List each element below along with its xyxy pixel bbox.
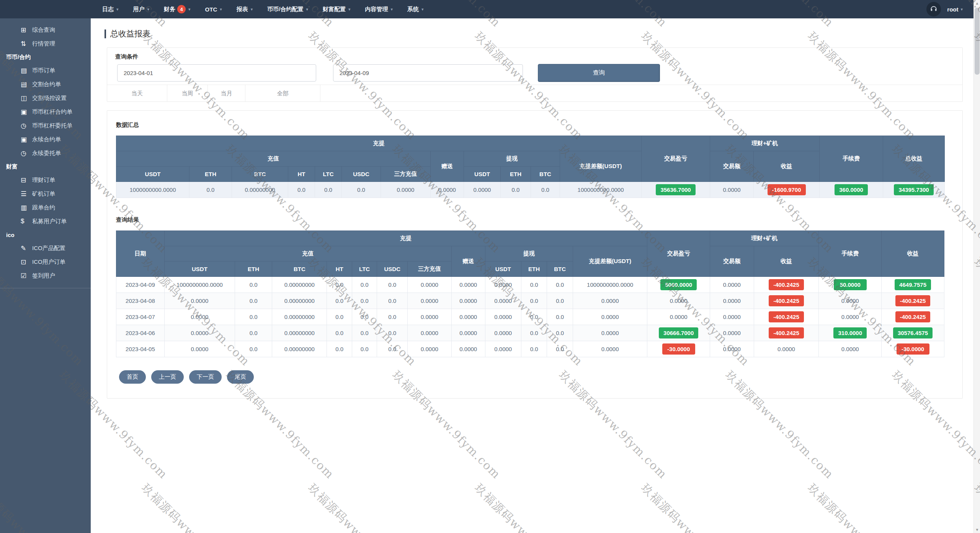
green-badge: 34395.7300 — [894, 184, 933, 195]
support-button[interactable] — [926, 2, 941, 16]
value-cell: 0.0000 — [451, 293, 485, 309]
value-cell: 0.0000 — [819, 309, 882, 325]
date-cell: 2023-04-06 — [116, 325, 165, 341]
nav-menu-4[interactable]: OTC▾ — [198, 0, 229, 18]
header-coin: USDC — [377, 262, 408, 277]
chevron-down-icon: ▾ — [147, 7, 150, 12]
header-withdraw: 提现 — [485, 246, 573, 262]
copy-icon: ▣ — [21, 136, 32, 144]
sidebar-item-label: ICO产品配置 — [32, 245, 65, 252]
value-cell: 0.0000 — [164, 293, 235, 309]
sidebar-divider — [0, 288, 91, 288]
sidebar-item[interactable]: ▤币币订单 — [0, 64, 91, 77]
sidebar-section: 币币/合约 — [0, 51, 91, 64]
value-cell: -400.2425 — [754, 277, 819, 293]
tab-all[interactable]: 全部 — [245, 85, 320, 102]
nav-menu-2[interactable]: 用户▾ — [126, 0, 157, 18]
nav-menu-label: 财务 — [164, 6, 175, 13]
value-cell: 0.0000 — [485, 325, 521, 341]
value-cell: 4649.7575 — [882, 277, 944, 293]
pagination-prev[interactable]: 上一页 — [151, 370, 184, 384]
sidebar-item[interactable]: ✎ICO产品配置 — [0, 241, 91, 255]
value-cell: 0.0000 — [408, 277, 452, 293]
value-cell: 0.0000 — [710, 309, 754, 325]
sidebar: ⊞综合查询⇅行情管理币币/合约▤币币订单▤交割合约单◫交割场控设置▣币币杠杆合约… — [0, 18, 91, 533]
red-badge: -400.2425 — [769, 279, 804, 290]
header-wealth-mining: 理财+矿机 — [710, 136, 820, 151]
pagination-last[interactable]: 尾页 — [227, 370, 254, 384]
red-badge: -30.0000 — [662, 343, 695, 355]
sidebar-item[interactable]: ◷永续委托单 — [0, 146, 91, 160]
value-cell: 0.0 — [521, 309, 547, 325]
value-cell: 34395.7300 — [883, 182, 945, 198]
sidebar-item-label: 跟单合约 — [32, 204, 55, 211]
value-cell: -400.2425 — [882, 293, 944, 309]
scroll-up-icon[interactable]: ▲ — [974, 0, 980, 7]
value-cell: 50.0000 — [819, 277, 882, 293]
green-badge: 310.0000 — [833, 327, 867, 338]
header-profit: 收益 — [754, 246, 819, 277]
value-cell: 0.0 — [377, 309, 408, 325]
nav-menu-label: 报表 — [237, 6, 248, 13]
tab-today[interactable]: 当天 — [107, 85, 167, 102]
sidebar-item[interactable]: ☰矿机订单 — [0, 187, 91, 201]
date-from-input[interactable] — [117, 64, 316, 82]
sidebar-item[interactable]: ⊟理财订单 — [0, 173, 91, 187]
sidebar-item[interactable]: ⇅行情管理 — [0, 37, 91, 51]
value-cell: 0.0 — [377, 293, 408, 309]
value-cell: 0.00000000 — [272, 325, 327, 341]
query-conditions-card: 查询条件 查询 当天 当周 当月 全部 — [107, 47, 963, 102]
value-cell: 0.0 — [352, 277, 377, 293]
scroll-down-icon[interactable]: ▼ — [974, 526, 980, 533]
value-cell: 0.0000 — [710, 293, 754, 309]
nav-menu-7[interactable]: 财富配置▾ — [315, 0, 358, 18]
value-cell: 0.0 — [235, 309, 272, 325]
page-scrollbar[interactable]: ▲ ▼ — [973, 0, 980, 533]
sidebar-item[interactable]: $私募用户订单 — [0, 214, 91, 228]
sidebar-item[interactable]: ◷币币杠杆委托单 — [0, 119, 91, 132]
header-coin: USDT — [464, 167, 501, 182]
value-cell: 0.0000 — [710, 325, 754, 341]
header-fee: 手续费 — [820, 136, 883, 182]
sidebar-item-label: 理财订单 — [32, 177, 55, 184]
value-cell: 35636.7000 — [642, 182, 710, 198]
nav-menu-9[interactable]: 系统▾ — [400, 0, 431, 18]
bookmark-icon: ▤ — [21, 67, 32, 75]
header-coin: BTC — [547, 262, 573, 277]
sidebar-item[interactable]: ⊞综合查询 — [0, 23, 91, 37]
header-total-profit: 总收益 — [883, 136, 945, 182]
sidebar-item[interactable]: ▥跟单合约 — [0, 201, 91, 214]
nav-menu-5[interactable]: 报表▾ — [229, 0, 260, 18]
value-cell: 0.0000 — [451, 341, 485, 357]
nav-menu-6[interactable]: 币币/合约配置▾ — [260, 0, 315, 18]
check-square-icon: ☑ — [21, 272, 32, 280]
nav-menu-1[interactable]: 日志▾ — [95, 0, 126, 18]
query-button[interactable]: 查询 — [538, 64, 660, 82]
header-deposit: 充值 — [164, 246, 451, 262]
sidebar-item[interactable]: ☑签到用户 — [0, 269, 91, 283]
tab-this-month[interactable]: 当月 — [208, 85, 245, 102]
nav-menu-8[interactable]: 内容管理▾ — [358, 0, 400, 18]
value-cell: 0.0000 — [464, 182, 501, 198]
nav-menu-3[interactable]: 财务4▾ — [157, 0, 198, 18]
user-menu[interactable]: root ▾ — [947, 6, 963, 13]
sidebar-item[interactable]: ▣币币杠杆合约单 — [0, 105, 91, 119]
sidebar-item-label: 币币订单 — [32, 67, 55, 74]
report-card: 数据汇总 充提 交易盈亏 理财+矿机 手续费 总收益 充值 赠 — [107, 110, 963, 399]
scrollbar-thumb[interactable] — [975, 8, 980, 75]
pagination-first[interactable]: 首页 — [119, 370, 146, 384]
navbar-menus: 日志▾用户▾财务4▾OTC▾报表▾币币/合约配置▾财富配置▾内容管理▾系统▾ — [95, 0, 431, 18]
date-cell: 2023-04-05 — [116, 341, 165, 357]
date-to-input[interactable] — [333, 64, 523, 82]
value-cell: 0.0000 — [710, 341, 754, 357]
header-trade-amount: 交易额 — [710, 246, 754, 277]
sidebar-item[interactable]: ▤交割合约单 — [0, 77, 91, 91]
sidebar-item[interactable]: ◫交割场控设置 — [0, 91, 91, 105]
sidebar-item[interactable]: ⊡ICO用户订单 — [0, 255, 91, 269]
sidebar-item[interactable]: ▣永续合约单 — [0, 132, 91, 146]
header-trade-pnl: 交易盈亏 — [647, 231, 710, 277]
tab-this-week[interactable]: 当周 — [167, 85, 208, 102]
value-cell: 0.0000 — [754, 341, 819, 357]
pagination-next[interactable]: 下一页 — [189, 370, 222, 384]
value-cell: 0.0 — [327, 341, 352, 357]
